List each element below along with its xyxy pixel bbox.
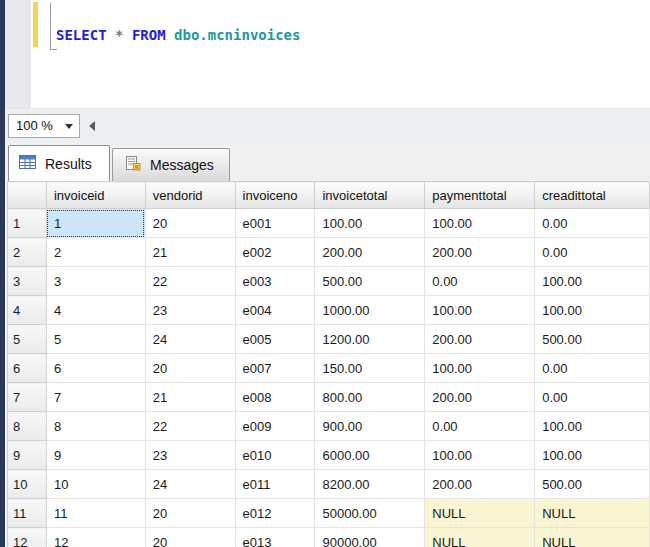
grid-cell[interactable]: 50000.00 [315,499,425,528]
grid-cell[interactable]: e013 [235,528,315,547]
column-header[interactable]: invoicetotal [315,182,425,209]
grid-cell[interactable]: 100.00 [315,209,425,238]
grid-cell[interactable]: 0.00 [535,383,650,412]
grid-cell[interactable]: 90000.00 [315,528,425,547]
grid-cell[interactable]: 22 [145,267,235,296]
grid-cell[interactable]: 6000.00 [315,441,425,470]
grid-cell[interactable]: 6 [46,354,145,383]
grid-cell[interactable]: 1 [46,209,145,238]
grid-cell[interactable]: e001 [235,209,315,238]
grid-cell[interactable]: 500.00 [535,470,650,499]
row-number[interactable]: 9 [8,441,47,470]
row-number[interactable]: 6 [8,354,47,383]
grid-cell[interactable]: 100.00 [425,354,535,383]
grid-cell[interactable]: 24 [145,470,235,499]
grid-cell[interactable]: 4 [46,296,145,325]
grid-cell[interactable]: 10 [46,470,145,499]
grid-cell[interactable]: e004 [235,296,315,325]
grid-cell[interactable]: 1200.00 [315,325,425,354]
grid-cell[interactable]: 23 [145,296,235,325]
row-number[interactable]: 12 [8,528,47,547]
row-number[interactable]: 7 [8,383,47,412]
grid-cell[interactable]: 100.00 [425,209,535,238]
grid-cell[interactable]: e002 [235,238,315,267]
row-number[interactable]: 5 [8,325,47,354]
row-number[interactable]: 8 [8,412,47,441]
grid-cell[interactable]: e011 [235,470,315,499]
column-header[interactable]: invoiceid [46,182,145,209]
tab-results-label: Results [45,156,92,172]
grid-cell[interactable]: 100.00 [535,296,650,325]
grid-cell[interactable]: 100.00 [425,296,535,325]
grid-cell[interactable]: 0.00 [425,412,535,441]
grid-cell[interactable]: 2 [46,238,145,267]
row-number[interactable]: 11 [8,499,47,528]
grid-cell[interactable]: 12 [46,528,145,547]
grid-cell[interactable]: e007 [235,354,315,383]
grid-cell[interactable]: e003 [235,267,315,296]
grid-cell[interactable]: e009 [235,412,315,441]
grid-cell[interactable]: 200.00 [425,325,535,354]
scroll-left-arrow-icon[interactable] [89,121,95,131]
tab-results[interactable]: Results [8,145,110,181]
grid-cell[interactable]: NULL [425,528,535,547]
grid-cell[interactable]: 24 [145,325,235,354]
grid-cell[interactable]: 9 [46,441,145,470]
grid-cell[interactable]: 100.00 [425,441,535,470]
grid-cell[interactable]: NULL [535,499,650,528]
grid-cell[interactable]: 1000.00 [315,296,425,325]
column-header[interactable]: paymenttotal [425,182,535,209]
column-header[interactable]: creadittotal [535,182,650,209]
grid-cell[interactable]: 200.00 [425,470,535,499]
grid-cell[interactable]: 20 [145,499,235,528]
grid-cell[interactable]: 20 [145,528,235,547]
grid-cell[interactable]: 100.00 [535,441,650,470]
grid-cell[interactable]: 800.00 [315,383,425,412]
row-number[interactable]: 3 [8,267,47,296]
grid-cell[interactable]: 500.00 [315,267,425,296]
grid-cell[interactable]: 23 [145,441,235,470]
grid-cell[interactable]: 0.00 [535,238,650,267]
grid-cell[interactable]: 3 [46,267,145,296]
grid-cell[interactable]: 11 [46,499,145,528]
grid-cell[interactable]: 150.00 [315,354,425,383]
sql-query-text[interactable]: SELECT * FROM dbo.mcninvoices [56,27,300,43]
results-table: invoiceidvendoridinvoicenoinvoicetotalpa… [7,181,650,547]
column-header[interactable]: vendorid [145,182,235,209]
grid-cell[interactable]: e005 [235,325,315,354]
grid-cell[interactable]: 200.00 [315,238,425,267]
zoom-level-dropdown[interactable]: 100 % [8,114,80,138]
grid-cell[interactable]: 21 [145,238,235,267]
grid-cell[interactable]: e010 [235,441,315,470]
grid-cell[interactable]: NULL [535,528,650,547]
grid-cell[interactable]: 8 [46,412,145,441]
tab-messages[interactable]: Messages [112,148,230,181]
grid-cell[interactable]: 22 [145,412,235,441]
grid-cell[interactable]: 0.00 [425,267,535,296]
grid-cell[interactable]: 7 [46,383,145,412]
grid-cell[interactable]: 200.00 [425,383,535,412]
grid-cell[interactable]: 20 [145,354,235,383]
grid-cell[interactable]: 900.00 [315,412,425,441]
grid-corner-cell[interactable] [8,182,47,209]
grid-cell[interactable]: NULL [425,499,535,528]
grid-cell[interactable]: 200.00 [425,238,535,267]
grid-cell[interactable]: 100.00 [535,412,650,441]
grid-cell[interactable]: 5 [46,325,145,354]
grid-cell[interactable]: 100.00 [535,267,650,296]
row-number[interactable]: 10 [8,470,47,499]
grid-cell[interactable]: 0.00 [535,209,650,238]
editor-status-bar: 100 % [5,108,650,143]
grid-cell[interactable]: e012 [235,499,315,528]
grid-cell[interactable]: 0.00 [535,354,650,383]
grid-cell[interactable]: e008 [235,383,315,412]
row-number[interactable]: 1 [8,209,47,238]
grid-cell[interactable]: 500.00 [535,325,650,354]
grid-cell[interactable]: 20 [145,209,235,238]
column-header[interactable]: invoiceno [235,182,315,209]
row-number[interactable]: 4 [8,296,47,325]
grid-cell[interactable]: 21 [145,383,235,412]
sql-editor[interactable]: SELECT * FROM dbo.mcninvoices [5,0,650,108]
grid-cell[interactable]: 8200.00 [315,470,425,499]
row-number[interactable]: 2 [8,238,47,267]
